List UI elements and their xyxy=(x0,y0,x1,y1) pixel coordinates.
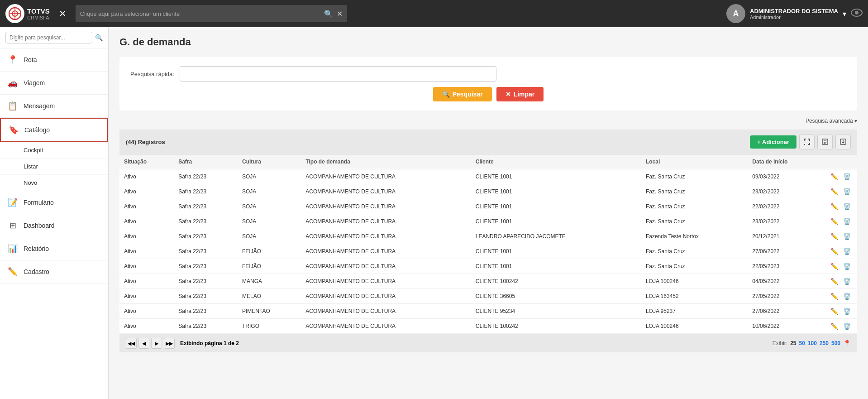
sidebar-item-catalogo[interactable]: 🔖 Catálogo xyxy=(0,118,108,142)
page-size-500[interactable]: 500 xyxy=(831,340,840,346)
cell-situacao: Ativo xyxy=(119,214,174,229)
edit-icon[interactable]: ✏️ xyxy=(829,292,840,301)
delete-icon[interactable]: 🗑️ xyxy=(841,277,853,286)
cell-safra: Safra 22/23 xyxy=(174,304,238,319)
cell-cultura: FEIJÃO xyxy=(238,244,301,259)
cell-local: LOJA 100246 xyxy=(641,274,748,289)
delete-icon[interactable]: 🗑️ xyxy=(841,307,853,316)
expand-icon[interactable] xyxy=(799,134,815,149)
catalogo-icon: 🔖 xyxy=(8,125,19,135)
sidebar-item-viagem[interactable]: 🚗 Viagem xyxy=(0,72,108,95)
sidebar-item-listar[interactable]: Listar xyxy=(0,159,108,175)
sidebar-nav: 📍 Rota 🚗 Viagem 📋 Mensagem 🔖 Catálogo Co… xyxy=(0,48,108,284)
viagem-icon: 🚗 xyxy=(7,78,18,88)
cell-cliente: CLIENTE 1001 xyxy=(471,259,641,274)
cell-cliente: LEANDRO APARECIDO JACOMETE xyxy=(471,229,641,244)
table-row: Ativo Safra 22/23 TRIGO ACOMPANHAMENTO D… xyxy=(119,319,857,334)
delete-icon[interactable]: 🗑️ xyxy=(841,292,853,301)
table-row: Ativo Safra 22/23 FEIJÃO ACOMPANHAMENTO … xyxy=(119,259,857,274)
sidebar-item-mensagem[interactable]: 📋 Mensagem xyxy=(0,95,108,118)
cell-cliente: CLIENTE 1001 xyxy=(471,199,641,214)
sidebar-item-rota[interactable]: 📍 Rota xyxy=(0,48,108,72)
edit-icon[interactable]: ✏️ xyxy=(829,232,840,241)
cell-cultura: TRIGO xyxy=(238,319,301,334)
edit-icon[interactable]: ✏️ xyxy=(829,277,840,286)
sidebar-search-icon[interactable]: 🔍 xyxy=(95,34,103,41)
sidebar-item-novo[interactable]: Novo xyxy=(0,175,108,191)
clear-search-icon[interactable]: ✕ xyxy=(337,10,343,18)
close-icon[interactable]: ✕ xyxy=(55,6,70,21)
sidebar-item-relatorio[interactable]: 📊 Relatório xyxy=(0,237,108,260)
sidebar-item-dashboard[interactable]: ⊞ Dashboard xyxy=(0,214,108,237)
edit-icon[interactable]: ✏️ xyxy=(829,247,840,256)
cell-cultura: MELAO xyxy=(238,289,301,304)
sidebar-item-label: Viagem xyxy=(24,79,45,87)
delete-icon[interactable]: 🗑️ xyxy=(841,322,853,331)
search-icon[interactable]: 🔍 xyxy=(324,10,333,18)
page-size-50[interactable]: 50 xyxy=(799,340,805,346)
cell-situacao: Ativo xyxy=(119,184,174,199)
cell-situacao: Ativo xyxy=(119,259,174,274)
cell-tipo: ACOMPANHAMENTO DE CULTURA xyxy=(301,184,471,199)
dashboard-icon: ⊞ xyxy=(7,221,18,231)
col-safra: Safra xyxy=(174,154,238,169)
table-row: Ativo Safra 22/23 SOJA ACOMPANHAMENTO DE… xyxy=(119,184,857,199)
page-size-100[interactable]: 100 xyxy=(808,340,817,346)
edit-icon[interactable]: ✏️ xyxy=(829,172,840,181)
sidebar-search-input[interactable] xyxy=(5,32,92,43)
delete-icon[interactable]: 🗑️ xyxy=(841,232,853,241)
cell-actions: ✏️ 🗑️ xyxy=(824,259,857,274)
cell-situacao: Ativo xyxy=(119,244,174,259)
cell-safra: Safra 22/23 xyxy=(174,229,238,244)
cell-tipo: ACOMPANHAMENTO DE CULTURA xyxy=(301,199,471,214)
client-search-input[interactable] xyxy=(80,10,320,17)
avatar: A xyxy=(726,4,745,23)
delete-icon[interactable]: 🗑️ xyxy=(841,202,853,211)
cell-local: LOJA 100246 xyxy=(641,319,748,334)
table-section: (44) Registros + Adicionar xyxy=(119,130,857,352)
pesquisar-button[interactable]: 🔍 Pesquisar xyxy=(433,87,492,101)
sidebar-item-formulario[interactable]: 📝 Formulário xyxy=(0,191,108,214)
cell-actions: ✏️ 🗑️ xyxy=(824,319,857,334)
first-page-btn[interactable]: ◀◀ xyxy=(126,338,137,349)
col-data: Data de início xyxy=(748,154,824,169)
last-page-btn[interactable]: ▶▶ xyxy=(164,338,175,349)
chevron-down-icon[interactable]: ▾ xyxy=(843,10,846,18)
download-icon[interactable] xyxy=(835,134,851,149)
advanced-search-link[interactable]: Pesquisa avançada ▾ xyxy=(119,118,857,124)
delete-icon[interactable]: 🗑️ xyxy=(841,262,853,271)
cell-local: LOJA 95237 xyxy=(641,304,748,319)
edit-icon[interactable]: ✏️ xyxy=(829,187,840,196)
user-name: ADMINISTRADOR DO SISTEMA xyxy=(750,8,838,14)
cell-cultura: PIMENTAO xyxy=(238,304,301,319)
edit-icon[interactable]: ✏️ xyxy=(829,322,840,331)
delete-icon[interactable]: 🗑️ xyxy=(841,187,853,196)
search-section: Pesquisa rápida: 🔍 Pesquisar ✕ Limpar xyxy=(119,57,857,111)
edit-icon[interactable]: ✏️ xyxy=(829,217,840,226)
cell-cliente: CLIENTE 100242 xyxy=(471,319,641,334)
eye-icon[interactable] xyxy=(851,9,863,19)
page-size-25[interactable]: 25 xyxy=(790,340,796,346)
quick-search-input[interactable] xyxy=(180,66,496,82)
page-size-250[interactable]: 250 xyxy=(820,340,829,346)
limpar-button[interactable]: ✕ Limpar xyxy=(496,87,544,101)
cell-actions: ✏️ 🗑️ xyxy=(824,304,857,319)
cell-cliente: CLIENTE 1001 xyxy=(471,244,641,259)
edit-icon[interactable]: ✏️ xyxy=(829,202,840,211)
cell-situacao: Ativo xyxy=(119,229,174,244)
next-page-btn[interactable]: ▶ xyxy=(151,338,162,349)
cell-situacao: Ativo xyxy=(119,304,174,319)
export-icon[interactable] xyxy=(817,134,833,149)
edit-icon[interactable]: ✏️ xyxy=(829,307,840,316)
sidebar-item-cadastro[interactable]: ✏️ Cadastro xyxy=(0,260,108,284)
user-role: Administrador xyxy=(750,14,838,20)
delete-icon[interactable]: 🗑️ xyxy=(841,247,853,256)
sidebar-item-cockpit[interactable]: Cockpit xyxy=(0,142,108,159)
cell-local: Faz. Santa Cruz xyxy=(641,199,748,214)
delete-icon[interactable]: 🗑️ xyxy=(841,217,853,226)
delete-icon[interactable]: 🗑️ xyxy=(841,172,853,181)
edit-icon[interactable]: ✏️ xyxy=(829,262,840,271)
page-size-options: Exibir: 25 50 100 250 500 📍 xyxy=(773,340,851,347)
prev-page-btn[interactable]: ◀ xyxy=(138,338,149,349)
adicionar-button[interactable]: + Adicionar xyxy=(750,135,796,149)
